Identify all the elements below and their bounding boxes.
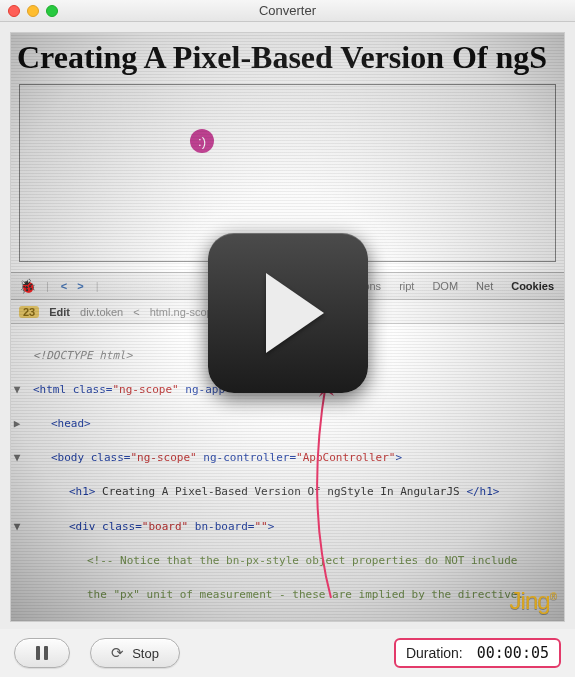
duration-value: 00:00:05 [477, 644, 549, 662]
control-bar: ⟳ Stop Duration: 00:00:05 [0, 629, 575, 677]
traffic-lights [8, 5, 58, 17]
titlebar: Converter [0, 0, 575, 22]
tab-net[interactable]: Net [476, 280, 493, 292]
tab-cookies[interactable]: Cookies [511, 280, 554, 292]
play-button[interactable] [208, 233, 368, 393]
zoom-icon[interactable] [46, 5, 58, 17]
close-icon[interactable] [8, 5, 20, 17]
duration-readout: Duration: 00:00:05 [394, 638, 561, 668]
tab-script[interactable]: ript [399, 280, 414, 292]
stop-label: Stop [132, 646, 159, 661]
duration-label: Duration: [406, 645, 463, 661]
disclosure-triangle-icon[interactable]: ▼ [11, 449, 23, 466]
play-icon [266, 273, 324, 353]
pause-button[interactable] [14, 638, 70, 668]
line-badge: 23 [19, 306, 39, 318]
tab-dom[interactable]: DOM [432, 280, 458, 292]
bug-icon[interactable]: 🐞 [19, 278, 36, 294]
token-dot: :) [190, 129, 214, 153]
minimize-icon[interactable] [27, 5, 39, 17]
jing-watermark: Jing® [510, 587, 556, 615]
stop-button[interactable]: ⟳ Stop [90, 638, 180, 668]
window-title: Converter [0, 3, 575, 18]
pause-icon [36, 646, 48, 660]
edit-button[interactable]: Edit [49, 306, 70, 318]
disclosure-triangle-icon[interactable]: ▶ [11, 415, 23, 432]
nav-back-icon[interactable]: < [59, 280, 69, 292]
preview-area: Creating A Pixel-Based Version Of ngS :)… [10, 32, 565, 622]
disclosure-triangle-icon[interactable]: ▼ [11, 381, 23, 398]
reload-icon: ⟳ [111, 644, 124, 662]
breadcrumb[interactable]: div.token [80, 306, 123, 318]
nav-fwd-icon[interactable]: > [75, 280, 85, 292]
disclosure-triangle-icon[interactable]: ▼ [11, 518, 23, 535]
page-title: Creating A Pixel-Based Version Of ngS [11, 33, 564, 84]
